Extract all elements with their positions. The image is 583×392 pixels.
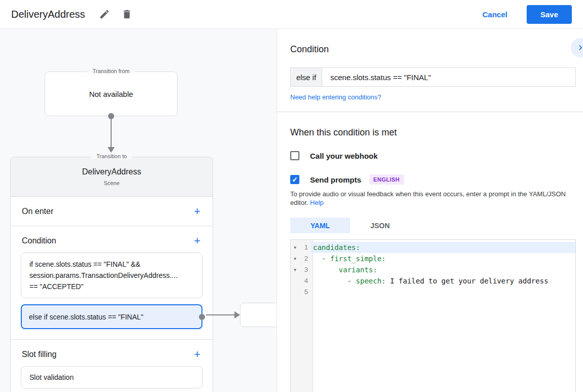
fold-icon[interactable]: ▾ — [291, 242, 299, 253]
scene-name: DeliveryAddress — [82, 167, 141, 176]
scene-card: Transition to DeliveryAddress Scene On e… — [10, 157, 213, 392]
code-value: I failed to get your delivery address — [386, 277, 548, 285]
slot-filling-section: Slot filling + Slot validation Transacti… — [11, 340, 213, 392]
help-link[interactable]: Help — [310, 199, 324, 206]
send-prompts-checkbox[interactable]: ✓ — [290, 175, 299, 184]
code-key: candidates: — [313, 243, 360, 252]
condition-item-line: session.params.TransactionDeliveryAddres… — [29, 270, 194, 281]
fold-icon[interactable]: ▾ — [291, 264, 299, 275]
condition-input-row: else if scene.slots.status == "FINAL" — [290, 67, 576, 87]
save-button[interactable]: Save — [527, 5, 572, 24]
transition-to-label: Transition to — [91, 153, 132, 159]
code-line[interactable]: 5 — [291, 287, 575, 298]
page-title: DeliveryAddress — [11, 9, 85, 20]
add-slot-button[interactable]: + — [194, 349, 200, 360]
slot-item[interactable]: Slot validation — [21, 366, 202, 388]
chevron-right-icon — [575, 43, 583, 53]
code-key: - first_simple: — [313, 255, 386, 263]
condition-prefix-label: else if — [291, 68, 322, 86]
condition-item[interactable]: if scene.slots.status == "FINAL" && sess… — [21, 253, 202, 298]
line-number: 5 — [299, 287, 311, 298]
condition-item-line: == "ACCEPTED" — [29, 281, 194, 292]
add-condition-button[interactable]: + — [194, 236, 200, 246]
connector-line-vertical — [111, 118, 112, 147]
on-enter-title: On enter — [22, 207, 53, 216]
section-divider — [277, 112, 583, 112]
line-number: 3 — [299, 264, 311, 275]
condition-section: Condition + if scene.slots.status == "FI… — [11, 226, 213, 340]
send-prompts-label: Send prompts — [310, 175, 361, 184]
add-on-enter-button[interactable]: + — [194, 206, 200, 217]
connector-dot-right — [199, 314, 205, 320]
connector-line-horizontal — [206, 314, 235, 315]
trash-icon — [121, 9, 132, 20]
scene-type: Scene — [104, 180, 119, 186]
cancel-button[interactable]: Cancel — [483, 10, 507, 19]
line-number: 2 — [299, 253, 311, 264]
tab-yaml[interactable]: YAML — [290, 218, 350, 233]
when-met-title: When this condition is met — [290, 127, 576, 138]
condition-editor-panel: Condition else if scene.slots.status == … — [277, 29, 583, 392]
condition-item-line: if scene.slots.status == "FINAL" && — [29, 259, 194, 270]
slot-filling-title: Slot filling — [22, 350, 56, 359]
condition-item-text: else if scene.slots.status == "FINAL" — [29, 311, 143, 323]
conditions-help-link[interactable]: Need help entering conditions? — [290, 93, 381, 101]
code-key: - speech: — [313, 277, 386, 285]
delete-button[interactable] — [121, 8, 133, 20]
top-bar: DeliveryAddress Cancel Save — [0, 0, 583, 29]
fold-spacer — [291, 275, 299, 287]
code-line[interactable]: ▾ 2 - first_simple: — [291, 253, 575, 264]
line-number: 4 — [299, 275, 311, 287]
panel-title: Condition — [290, 44, 576, 55]
scene-flow-canvas: Transition from Not available Transition… — [0, 29, 277, 392]
edit-button[interactable] — [98, 8, 111, 20]
yaml-code-editor[interactable]: ▾ 1 candidates: ▾ 2 - first_simple: ▾ 3 … — [290, 239, 576, 392]
tab-json[interactable]: JSON — [350, 218, 410, 233]
webhook-row: Call your webhook — [290, 151, 576, 160]
transition-from-content: Not available — [45, 72, 177, 116]
prompt-description-text: To provide audio or visual feedback when… — [290, 190, 566, 206]
condition-section-title: Condition — [22, 236, 56, 245]
send-prompts-row: ✓ Send prompts ENGLISH — [290, 174, 576, 185]
pencil-icon — [99, 9, 110, 20]
on-enter-section: On enter + — [11, 197, 213, 226]
call-webhook-checkbox[interactable] — [290, 151, 299, 160]
code-key: variants: — [313, 266, 377, 274]
condition-expression-input[interactable]: scene.slots.status == "FINAL" — [322, 68, 575, 86]
transition-target-box[interactable] — [240, 303, 277, 327]
code-line[interactable]: ▾ 1 candidates: — [291, 242, 575, 253]
code-line[interactable]: ▾ 3 variants: — [291, 264, 575, 275]
scene-card-header: DeliveryAddress Scene — [11, 157, 213, 197]
editor-tabs: YAML JSON — [290, 218, 576, 233]
prompt-description: To provide audio or visual feedback when… — [290, 190, 570, 207]
condition-item-selected[interactable]: else if scene.slots.status == "FINAL" — [21, 304, 202, 329]
arrow-down-icon — [108, 147, 115, 153]
fold-spacer — [291, 287, 299, 298]
fold-icon[interactable]: ▾ — [291, 253, 299, 264]
code-line[interactable]: 4 - speech: I failed to get your deliver… — [291, 275, 575, 287]
line-number: 1 — [299, 242, 311, 253]
call-webhook-label: Call your webhook — [310, 152, 378, 160]
transition-from-label: Transition from — [88, 68, 135, 74]
transition-from-box: Transition from Not available — [45, 72, 178, 116]
language-badge: ENGLISH — [369, 174, 404, 185]
arrow-right-icon — [234, 311, 240, 318]
